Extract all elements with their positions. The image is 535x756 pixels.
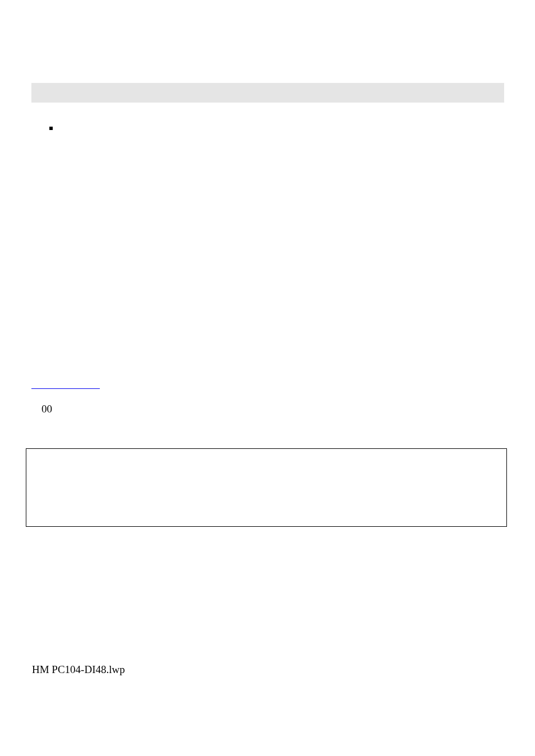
content-box: [26, 448, 507, 527]
text-zeros: 00: [41, 403, 52, 415]
section-header-bar: [31, 83, 504, 103]
footer-filename: HM PC104-DI48.lwp: [32, 664, 125, 676]
bullet-icon: [49, 127, 53, 130]
hyperlink-underline[interactable]: [31, 388, 100, 389]
